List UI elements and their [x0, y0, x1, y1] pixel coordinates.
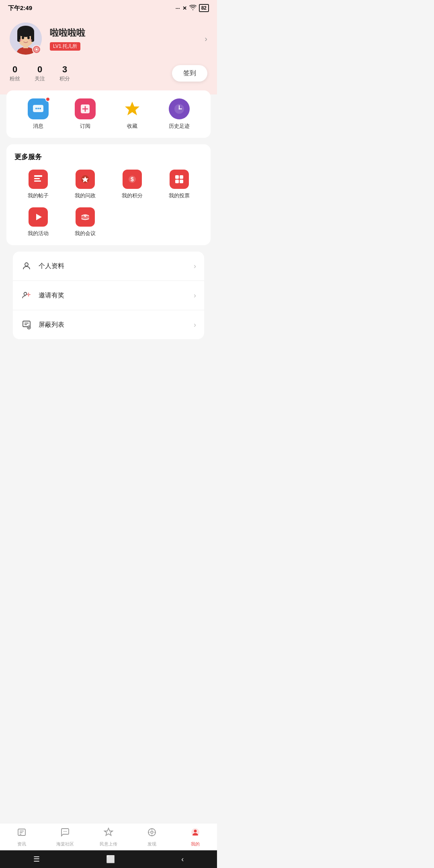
fans-stat[interactable]: 0 粉丝: [10, 64, 20, 82]
mypoints-icon: $: [123, 170, 142, 189]
profile-menu-arrow: ›: [194, 262, 196, 270]
menu-blocklist[interactable]: 屏蔽列表 ›: [13, 310, 204, 339]
profile-name: 啦啦啦啦: [50, 27, 207, 39]
profile-menu-icon: [21, 260, 32, 272]
wifi-icon: [189, 5, 197, 12]
svg-marker-20: [125, 102, 139, 115]
signal-icon: ···: [176, 5, 180, 11]
menu-invite[interactable]: 邀请有奖 ›: [13, 281, 204, 310]
subscribe-icon: [80, 103, 91, 115]
invite-menu-arrow: ›: [194, 291, 196, 300]
svg-rect-25: [34, 175, 42, 177]
x-icon: ✕: [182, 5, 187, 11]
service-mypoints[interactable]: $ 我的积分: [108, 170, 156, 199]
svg-point-40: [28, 294, 29, 295]
svg-rect-32: [175, 175, 179, 179]
service-activity[interactable]: 我的活动: [14, 207, 61, 237]
svg-text:$: $: [131, 176, 134, 182]
history-icon-wrapper: [169, 98, 190, 119]
fans-count: 0: [10, 64, 20, 75]
svg-point-7: [22, 37, 24, 39]
svg-point-14: [35, 108, 37, 109]
svg-point-9: [19, 39, 23, 41]
service-enquiry[interactable]: 我的问政: [61, 170, 108, 199]
svg-point-15: [37, 108, 39, 109]
follow-label: 关注: [35, 76, 45, 82]
enquiry-icon: [76, 170, 95, 189]
follow-count: 0: [35, 64, 45, 75]
collect-icon-wrapper: [122, 98, 143, 119]
svg-rect-33: [180, 175, 183, 179]
svg-rect-34: [175, 180, 179, 183]
svg-point-12: [36, 49, 38, 51]
profile-detail-arrow[interactable]: ›: [205, 34, 207, 43]
posts-icon: [29, 170, 48, 189]
follow-stat[interactable]: 0 关注: [35, 64, 45, 82]
level-badge: LV1.托儿所: [50, 42, 80, 51]
blocklist-menu-label: 屏蔽列表: [39, 321, 187, 329]
action-message[interactable]: 消息: [28, 98, 49, 130]
stats-row: 0 粉丝 0 关注 3 积分 签到: [10, 64, 207, 82]
history-label: 历史足迹: [169, 123, 190, 130]
service-vote[interactable]: 我的投票: [156, 170, 203, 199]
blocklist-menu-arrow: ›: [194, 321, 196, 329]
service-posts[interactable]: 我的帖子: [14, 170, 61, 199]
fans-label: 粉丝: [10, 76, 20, 82]
message-icon: [33, 104, 44, 113]
svg-point-16: [39, 108, 41, 109]
quick-actions-card: 消息 订阅 收藏: [6, 90, 211, 138]
subscribe-icon-wrapper: [75, 98, 96, 119]
profile-menu-label: 个人资料: [39, 262, 187, 270]
svg-rect-27: [34, 180, 41, 182]
blocklist-menu-icon: [21, 319, 32, 330]
vote-icon: [170, 170, 189, 189]
action-collect[interactable]: 收藏: [122, 98, 143, 130]
invite-menu-icon: [21, 290, 32, 301]
svg-point-39: [24, 293, 27, 295]
profile-info: 啦啦啦啦 LV1.托儿所: [50, 27, 207, 51]
avatar[interactable]: [10, 23, 42, 55]
svg-rect-26: [34, 178, 40, 179]
svg-rect-35: [180, 180, 183, 183]
activity-label: 我的活动: [28, 230, 49, 237]
vote-label: 我的投票: [169, 192, 190, 199]
points-label: 积分: [59, 76, 70, 82]
checkin-button[interactable]: 签到: [172, 65, 207, 82]
svg-point-8: [27, 37, 30, 39]
collect-label: 收藏: [127, 123, 137, 130]
menu-profile[interactable]: 个人资料 ›: [13, 252, 204, 281]
invite-menu-label: 邀请有奖: [39, 291, 187, 300]
status-time: 下午2:49: [8, 4, 32, 12]
activity-icon: [29, 207, 48, 227]
battery-icon: 82: [199, 4, 209, 12]
message-label: 消息: [33, 123, 43, 130]
meeting-icon: [76, 207, 95, 227]
posts-label: 我的帖子: [28, 192, 49, 199]
subscribe-label: 订阅: [80, 123, 90, 130]
svg-point-10: [29, 39, 32, 41]
svg-marker-36: [36, 214, 42, 220]
mypoints-label: 我的积分: [122, 192, 143, 199]
status-bar: 下午2:49 ··· ✕ 82: [0, 0, 217, 14]
quick-actions-row: 消息 订阅 收藏: [14, 98, 203, 130]
action-subscribe[interactable]: 订阅: [75, 98, 96, 130]
avatar-edit-badge[interactable]: [32, 45, 41, 54]
message-icon-wrapper: [28, 98, 49, 119]
menu-section: 个人资料 › 邀请有奖 › 屏蔽列表 ›: [6, 252, 211, 339]
profile-header: 啦啦啦啦 LV1.托儿所 › 0 粉丝 0 关注 3 积分 签到: [0, 14, 217, 94]
meeting-label: 我的会议: [75, 230, 96, 237]
svg-point-38: [25, 263, 28, 266]
points-count: 3: [59, 64, 70, 75]
collect-icon: [122, 98, 143, 119]
more-services-title: 更多服务: [14, 152, 203, 162]
enquiry-label: 我的问政: [75, 192, 96, 199]
points-stat[interactable]: 3 积分: [59, 64, 70, 82]
message-dot: [45, 97, 50, 102]
more-services-card: 更多服务 我的帖子 我的问政: [6, 144, 211, 245]
status-icons: ··· ✕ 82: [176, 4, 209, 12]
action-history[interactable]: 历史足迹: [169, 98, 190, 130]
service-meeting[interactable]: 我的会议: [61, 207, 108, 237]
service-grid: 我的帖子 我的问政 $ 我的积分: [14, 170, 203, 237]
history-icon: [173, 103, 185, 115]
